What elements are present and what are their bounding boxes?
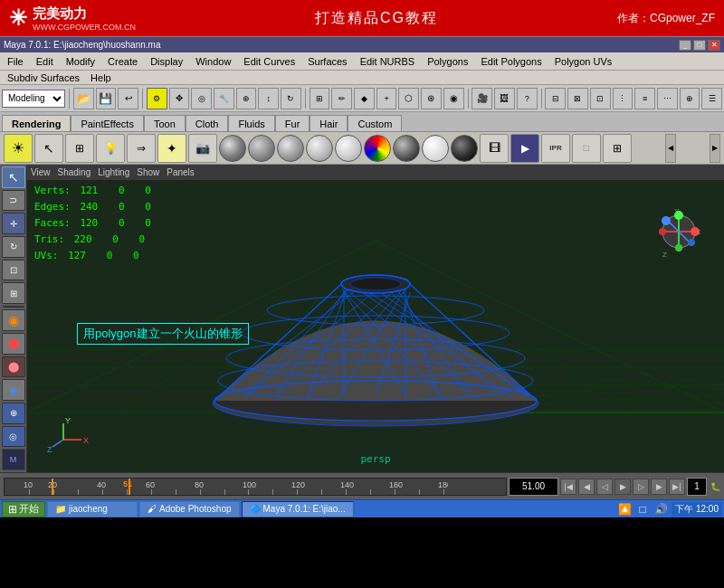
shelf-icon-arrow[interactable]: ⇒	[127, 134, 156, 163]
vp-menu-panels[interactable]: Panels	[167, 167, 195, 177]
menu-subdiv-surfaces[interactable]: Subdiv Surfaces	[2, 71, 85, 85]
shelf-icon-region[interactable]: ⬚	[572, 134, 601, 163]
menu-create[interactable]: Create	[102, 54, 143, 69]
tl-btn-back[interactable]: ◁	[596, 479, 613, 495]
toolbar-btn-snap5[interactable]: ◉	[443, 88, 464, 109]
tray-icon-2[interactable]: □	[635, 502, 650, 517]
tl-btn-prev[interactable]: ◀	[578, 479, 595, 495]
shelf-tab-hair[interactable]: Hair	[310, 115, 348, 131]
tl-btn-stop[interactable]: ▷	[633, 479, 649, 495]
shelf-icon-ipr[interactable]: IPR	[541, 134, 570, 163]
tool-sculpt[interactable]: ◉	[2, 379, 25, 401]
shelf-scroll-left[interactable]: ◀	[665, 134, 676, 163]
tl-btn-play[interactable]: ▶	[614, 479, 631, 495]
tl-btn-start[interactable]: |◀	[560, 479, 576, 495]
shelf-icon-sphere-dark[interactable]	[393, 135, 420, 162]
timeline-ruler[interactable]	[4, 478, 507, 496]
tl-btn-end[interactable]: ▶|	[669, 479, 685, 495]
shelf-tab-painteffects[interactable]: PaintEffects	[71, 115, 144, 131]
shelf-icon-sphere-3[interactable]	[277, 135, 304, 162]
toolbar-btn-x6[interactable]: ⋯	[657, 88, 678, 109]
shelf-icon-cursor[interactable]: ↖	[34, 134, 63, 163]
minimize-button[interactable]: _	[679, 40, 691, 51]
tool-scale[interactable]: ⊡	[2, 260, 25, 281]
char-input[interactable]	[687, 478, 707, 496]
shelf-icon-star[interactable]: ✦	[157, 134, 186, 163]
shelf-icon-sphere-4[interactable]	[306, 135, 333, 162]
toolbar-btn-x2[interactable]: ⊠	[567, 88, 588, 109]
toolbar-btn-1[interactable]: ⚙	[147, 88, 167, 109]
menu-surfaces[interactable]: Surfaces	[302, 54, 352, 69]
shelf-tab-rendering[interactable]: Rendering	[2, 115, 71, 131]
toolbar-btn-cam[interactable]: 🎥	[472, 88, 492, 109]
tray-icon-1[interactable]: 🔼	[617, 502, 632, 517]
toolbar-btn-undo[interactable]: ↩	[118, 88, 138, 109]
toolbar-btn-paint[interactable]: ✏	[331, 88, 352, 109]
toolbar-btn-5[interactable]: ⊕	[236, 88, 257, 109]
toolbar-btn-x3[interactable]: ⊡	[590, 88, 611, 109]
shelf-tab-fur[interactable]: Fur	[275, 115, 310, 131]
menu-file[interactable]: File	[2, 54, 29, 69]
toolbar-btn-x7[interactable]: ⊕	[680, 88, 700, 109]
toolbar-btn-x5[interactable]: ≡	[634, 88, 655, 109]
shelf-icon-sun[interactable]: ☀	[4, 134, 33, 163]
shelf-icon-sphere-2[interactable]	[248, 135, 275, 162]
tool-lasso[interactable]: ⊃	[2, 190, 25, 212]
menu-window[interactable]: Window	[190, 54, 236, 69]
maximize-button[interactable]: □	[693, 40, 706, 51]
tool-soft-sel[interactable]: ◉	[2, 309, 25, 331]
toolbar-btn-save[interactable]: 💾	[96, 88, 117, 109]
toolbar-btn-open[interactable]: 📂	[73, 88, 94, 109]
shelf-icon-grid2[interactable]: ⊞	[603, 134, 632, 163]
tool-blue-2[interactable]: ◎	[2, 426, 25, 448]
frame-input[interactable]	[509, 478, 558, 496]
toolbar-btn-x8[interactable]: ☰	[701, 88, 722, 109]
toolbar-btn-x1[interactable]: ⊟	[545, 88, 566, 109]
start-button[interactable]: ⊞ 开始	[2, 501, 45, 517]
shelf-icon-sphere-rainbow[interactable]	[364, 135, 391, 162]
menu-edit[interactable]: Edit	[31, 54, 59, 69]
shelf-tab-toon[interactable]: Toon	[144, 115, 186, 131]
taskbar-item-maya[interactable]: 🔷 Maya 7.0.1: E:\jiao...	[242, 501, 354, 517]
menu-edit-curves[interactable]: Edit Curves	[238, 54, 300, 69]
toolbar-btn-lasso[interactable]: ⊞	[310, 88, 330, 109]
toolbar-btn-snap3[interactable]: ⬡	[398, 88, 419, 109]
toolbar-btn-snap4[interactable]: ⊛	[421, 88, 442, 109]
menu-display[interactable]: Display	[145, 54, 188, 69]
shelf-tab-custom[interactable]: Custom	[348, 115, 402, 131]
viewport[interactable]: View Shading Lighting Show Panels	[27, 165, 724, 472]
tool-paint-sel[interactable]: ⬤	[2, 333, 25, 355]
menu-edit-polygons[interactable]: Edit Polygons	[475, 54, 547, 69]
tool-select[interactable]: ↖	[2, 166, 25, 188]
tool-rotate[interactable]: ↻	[2, 236, 25, 258]
toolbar-btn-6[interactable]: ↕	[258, 88, 279, 109]
close-button[interactable]: ✕	[708, 40, 720, 51]
shelf-icon-render-btn[interactable]: ▶	[510, 134, 539, 163]
taskbar-item-photoshop[interactable]: 🖌 Adobe Photoshop	[139, 501, 240, 517]
shelf-icon-sphere-5[interactable]	[335, 135, 362, 162]
timeline-playhead[interactable]	[52, 478, 53, 495]
menu-modify[interactable]: Modify	[61, 54, 100, 69]
toolbar-btn-q1[interactable]: ?	[517, 88, 538, 109]
shelf-icon-light[interactable]: 💡	[96, 134, 125, 163]
toolbar-btn-7[interactable]: ↻	[281, 88, 301, 109]
taskbar-item-jiaocheng[interactable]: 📁 jiaocheng	[47, 501, 138, 517]
menu-edit-nurbs[interactable]: Edit NURBS	[355, 54, 421, 69]
shelf-icon-cam[interactable]: 📷	[188, 134, 217, 163]
modeling-dropdown[interactable]: Modeling	[2, 90, 65, 108]
shelf-icon-film[interactable]: 🎞	[480, 134, 509, 163]
tray-icon-3[interactable]: 🔊	[653, 502, 668, 517]
toolbar-btn-snap[interactable]: ◆	[354, 88, 375, 109]
toolbar-btn-x4[interactable]: ⋮	[613, 88, 634, 109]
menu-help[interactable]: Help	[85, 71, 117, 85]
menu-polygon-uvs[interactable]: Polygon UVs	[549, 54, 618, 69]
toolbar-btn-render[interactable]: 🖼	[494, 88, 515, 109]
toolbar-btn-3[interactable]: ◎	[191, 88, 212, 109]
menu-polygons[interactable]: Polygons	[422, 54, 473, 69]
toolbar-btn-2[interactable]: ✥	[169, 88, 190, 109]
shelf-icon-grid[interactable]: ⊞	[65, 134, 94, 163]
vp-menu-lighting[interactable]: Lighting	[98, 167, 129, 177]
tl-btn-next[interactable]: ▶	[651, 479, 667, 495]
shelf-tab-cloth[interactable]: Cloth	[186, 115, 229, 131]
tool-paint-weights[interactable]: ⬤	[2, 356, 25, 378]
